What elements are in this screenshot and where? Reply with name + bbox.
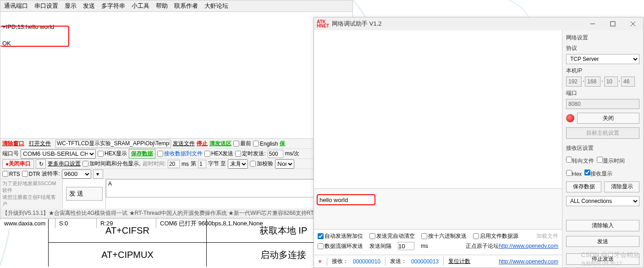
auto-crlf-checkbox[interactable]: 自动发送附加位 [318, 232, 363, 240]
baud-select[interactable]: 9600 [62, 170, 91, 179]
clear-input-button[interactable]: 清除输入 [566, 220, 639, 231]
rx-value: 000000010 [353, 258, 380, 265]
send-file-button[interactable]: 发送文件 [173, 140, 195, 148]
net-interval-input[interactable] [398, 242, 414, 250]
refresh-ports-button[interactable]: ↻ [36, 159, 46, 169]
receive-area[interactable]: +IPD,13:hello world OK [0, 12, 352, 139]
maximize-button[interactable] [603, 17, 623, 30]
file-src-checkbox[interactable]: 启用文件数据源 [473, 232, 518, 240]
menubar: 通讯端口 串口设置 显示 发送 多字符串 小工具 帮助 联系作者 大虾论坛 [0, 0, 352, 12]
ip-oct2[interactable] [585, 77, 600, 87]
recv-to-file-checkbox[interactable]: 接收数据到文件 [157, 150, 203, 158]
save-data-button[interactable]: 保存数据 [129, 149, 155, 159]
file-path-input[interactable] [55, 140, 171, 148]
protocol-select[interactable]: TCP Server [566, 54, 639, 64]
status-site: www.daxia.com [0, 219, 55, 228]
close-button[interactable] [623, 17, 643, 30]
clear-window-button[interactable]: 清除窗口 [2, 140, 24, 148]
terminal-blank2 [2, 31, 351, 39]
reset-counter-button[interactable]: 复位计数 [448, 257, 470, 265]
menu-help[interactable]: 帮助 [156, 2, 168, 10]
tx-value: 000000013 [411, 258, 439, 265]
connections-select[interactable]: ALL Connections [566, 196, 639, 206]
end-select[interactable]: 末尾 [228, 159, 248, 169]
close-port-button[interactable]: ● 关闭串口 [2, 159, 34, 169]
forum-label: 正点原子论坛 [466, 243, 499, 249]
timed-send-checkbox[interactable]: 定时发送: [235, 150, 265, 158]
menu-forum[interactable]: 大虾论坛 [204, 2, 228, 10]
timeout-input[interactable] [168, 160, 180, 168]
rx-label: 接收： [332, 257, 348, 265]
ip-oct4[interactable] [621, 77, 635, 87]
topmost-checkbox[interactable]: 最前 [233, 140, 251, 148]
rts-checkbox[interactable]: RTS [2, 171, 20, 177]
net-sidebar: 网络设置 协议 TCP Server 本机IP . . . 端口 关闭 目标主机… [562, 30, 643, 268]
promo-box: 为了更好地发展SSCOM软件请您注册嘉立创F结尾客户 [0, 179, 63, 208]
checksum-select[interactable]: None [275, 159, 294, 169]
port-select[interactable]: COM6 USB-SERIAL CH340 [21, 149, 96, 159]
target-host-button: 目标主机设置 [566, 127, 639, 139]
clear-send-button[interactable]: 清发送区 [209, 140, 231, 148]
at-cmd-name: AT+CIPMUX [49, 243, 207, 267]
ms-label2: ms [182, 161, 189, 167]
gear-icon[interactable]: ✶ [318, 258, 322, 265]
hex-send-checkbox-net[interactable]: 按十六进制发送 [421, 232, 467, 240]
clear-recv-button[interactable]: 清除显示 [604, 181, 639, 192]
english-checkbox[interactable]: English [253, 141, 278, 147]
hex-show-checkbox[interactable]: HEX显示 [98, 150, 127, 158]
to-file-checkbox[interactable]: 转向文件 [566, 157, 594, 165]
proto-label: 协议 [566, 44, 639, 52]
send-button[interactable]: 发 送 [66, 187, 103, 201]
minimize-button[interactable] [583, 17, 603, 30]
interval-label: 发送间隔 [369, 242, 391, 250]
menu-send[interactable]: 发送 [83, 2, 95, 10]
timeout-label: 超时时间: [143, 160, 166, 168]
csdn-watermark: CSDN @门牙会稍息 当前时间 09:35:17 [581, 251, 639, 267]
menu-display[interactable]: 显示 [65, 2, 77, 10]
toolbar-row-3: ● 关闭串口 ↻ 更多串口设置 加时间戳和分包显示, 超时时间: ms 第 字节… [0, 159, 352, 169]
menu-tools[interactable]: 小工具 [132, 2, 149, 10]
send-interval-input[interactable] [268, 150, 283, 158]
auto-clear-checkbox[interactable]: 发送完自动清空 [369, 232, 415, 240]
show-time-checkbox[interactable]: 显示时间 [597, 157, 625, 165]
menu-serial-settings[interactable]: 串口设置 [34, 2, 58, 10]
hex-send-checkbox[interactable]: HEX发送 [204, 150, 234, 158]
ms-label3: ms [421, 243, 428, 249]
serial-terminal-window: 通讯端口 串口设置 显示 发送 多字符串 小工具 帮助 联系作者 大虾论坛 +I… [0, 0, 353, 220]
tx-label: 发送： [390, 257, 407, 265]
at-command-table: AT+CIFSR 获取本地 IP AT+CIPMUX 启动多连接 [48, 219, 360, 267]
baud-dropdown-button[interactable]: ▾ [93, 170, 103, 179]
ip-oct3[interactable] [604, 77, 618, 87]
timestamp-checkbox[interactable]: 加时间戳和分包显示, [83, 160, 140, 168]
loop-send-checkbox[interactable]: 数据流循环发送 [318, 242, 363, 250]
net-settings-label: 网络设置 [566, 34, 639, 42]
ms-label: ms/次 [285, 150, 299, 158]
checksum-checkbox[interactable]: 加校验 [250, 160, 273, 168]
forum-link[interactable]: http://www.openedv.com [499, 243, 558, 249]
port-input[interactable] [566, 99, 639, 109]
at-cmd-name: AT+CIFSR [49, 219, 207, 242]
terminal-blank [2, 15, 351, 23]
save-recv-button[interactable]: 保存数据 [566, 181, 601, 192]
menu-port[interactable]: 通讯端口 [4, 2, 28, 10]
more-settings-button[interactable]: 更多串口设置 [48, 160, 81, 168]
hex-recv-checkbox[interactable]: Hex [566, 170, 582, 177]
terminal-line-ok: OK [2, 39, 351, 48]
recv-show-checkbox[interactable]: 接收显示 [584, 170, 612, 178]
net-status-bar: ✶ 接收： 000000010 发送： 000000013 复位计数 http:… [314, 255, 562, 268]
dtr-checkbox[interactable]: DTR [22, 171, 40, 177]
menu-contact[interactable]: 联系作者 [174, 2, 198, 10]
open-file-button[interactable]: 打开文件 [26, 139, 54, 148]
ip-oct1[interactable] [566, 77, 582, 87]
byte-no-input[interactable] [198, 160, 206, 168]
net-send-button[interactable]: 发送 [566, 236, 639, 247]
net-receive-area[interactable] [314, 30, 562, 189]
menu-multistring[interactable]: 多字符串 [101, 2, 125, 10]
net-opts-panel: 自动发送附加位 发送完自动清空 按十六进制发送 启用文件数据源 加载文件 数据流… [314, 229, 562, 255]
net-send-input[interactable]: hello world [317, 194, 375, 205]
stop-button[interactable]: 停止 [197, 140, 208, 148]
save-params-button[interactable]: 保 [280, 140, 285, 148]
site-link[interactable]: http://www.openedv.com [499, 258, 558, 265]
close-conn-button[interactable]: 关闭 [577, 113, 639, 124]
toolbar-row-2: 端口号 COM6 USB-SERIAL CH340 HEX显示 保存数据 接收数… [0, 149, 352, 159]
